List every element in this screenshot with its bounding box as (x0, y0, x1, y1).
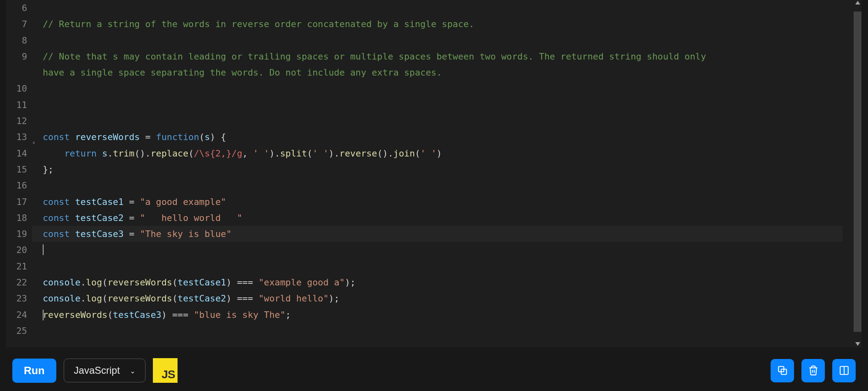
code-token: ) === (226, 277, 259, 288)
line-number: 19 (6, 226, 32, 242)
code-token: const (43, 213, 70, 223)
code-token (70, 229, 75, 239)
code-line[interactable] (43, 242, 861, 258)
code-token: function (156, 132, 199, 142)
code-line[interactable] (43, 258, 861, 274)
scroll-up-arrow-icon[interactable] (855, 1, 860, 5)
code-token: reverse (339, 148, 377, 159)
code-token: ) { (210, 132, 226, 142)
code-token: // Return a string of the words in rever… (43, 19, 474, 29)
code-token: reverseWords (108, 293, 172, 304)
code-token: ) (436, 148, 442, 159)
copy-button[interactable] (771, 359, 794, 382)
vertical-scrollbar[interactable] (854, 0, 861, 347)
code-token: (). (134, 148, 150, 159)
code-line[interactable]: const testCase1 = "a good example" (43, 194, 861, 210)
code-line[interactable]: const reverseWords = function(s) { (43, 129, 861, 145)
code-token: ); (329, 293, 339, 304)
code-line[interactable] (43, 323, 861, 339)
code-line[interactable]: }; (43, 161, 861, 177)
code-token: testCase1 (178, 277, 226, 288)
code-token: }; (43, 164, 53, 175)
code-token: " hello world " (140, 213, 242, 223)
code-line[interactable]: have a single space separating the words… (43, 64, 861, 80)
code-token: . (108, 148, 113, 159)
code-token: ( (307, 148, 312, 159)
line-number: 17 (6, 194, 32, 210)
code-token: ( (102, 277, 107, 288)
code-token: ( (172, 293, 178, 304)
code-line[interactable] (43, 97, 861, 113)
code-line[interactable]: console.log(reverseWords(testCase1) === … (43, 274, 861, 290)
scroll-thumb[interactable] (854, 12, 861, 332)
line-number: 11 (6, 97, 32, 113)
code-editor[interactable]: 678910111213141516171819202122232425 // … (6, 0, 861, 347)
run-button[interactable]: Run (12, 359, 56, 383)
code-token: ' ' (253, 148, 269, 159)
code-token: ( (107, 310, 113, 320)
line-number: 9 (6, 48, 32, 64)
code-line[interactable] (43, 32, 861, 48)
line-number: 23 (6, 290, 32, 306)
code-line[interactable]: const testCase3 = "The sky is blue" (32, 226, 843, 242)
language-select[interactable]: JavaScript ⌄ (64, 359, 145, 382)
code-token: s (102, 148, 107, 159)
code-token: log (86, 293, 102, 304)
code-token: ( (415, 148, 420, 159)
code-line[interactable]: const testCase2 = " hello world " (43, 210, 861, 226)
line-number: 21 (6, 258, 32, 274)
line-number: 8 (6, 32, 32, 48)
code-line[interactable] (43, 0, 861, 16)
code-token: const (43, 229, 70, 239)
code-line[interactable]: // Return a string of the words in rever… (43, 16, 861, 32)
code-line[interactable]: console.log(reverseWords(testCase2) === … (43, 290, 861, 306)
code-token (97, 148, 102, 159)
code-line[interactable] (43, 113, 861, 129)
code-content[interactable]: // Return a string of the words in rever… (32, 0, 861, 347)
scroll-down-arrow-icon[interactable] (855, 342, 860, 346)
code-token: console (43, 277, 81, 288)
code-line[interactable] (43, 80, 861, 97)
code-token: ; (286, 310, 291, 320)
code-token: console (43, 293, 81, 304)
javascript-badge-icon: JS (153, 358, 178, 383)
trash-icon (808, 365, 819, 376)
code-token: , (242, 148, 253, 159)
line-number: 25 (6, 323, 32, 339)
code-line[interactable]: reverseWords(testCase3) === "blue is sky… (43, 307, 861, 323)
code-token: reverseWords (43, 310, 107, 320)
code-token: testCase1 (75, 197, 124, 207)
code-token (70, 132, 75, 142)
line-number-gutter: 678910111213141516171819202122232425 (6, 0, 32, 347)
code-token: ' ' (312, 148, 328, 159)
code-token: testCase3 (113, 310, 162, 320)
code-token: ) === (162, 310, 194, 320)
code-line[interactable]: // Note that s may contain leading or tr… (43, 48, 861, 64)
code-token: ( (188, 148, 194, 159)
line-number: 15 (6, 161, 32, 177)
delete-button[interactable] (801, 359, 825, 382)
code-line[interactable] (43, 177, 861, 193)
code-token (43, 148, 65, 159)
code-token (70, 197, 75, 207)
language-select-label: JavaScript (74, 365, 120, 376)
code-token: split (280, 148, 307, 159)
code-token: join (393, 148, 415, 159)
code-token: "world hello" (259, 293, 329, 304)
code-token: // Note that s may contain leading or tr… (43, 51, 706, 62)
code-token: "a good example" (140, 197, 226, 207)
code-token: reverseWords (108, 277, 172, 288)
code-token: /\s{2,}/g (194, 148, 242, 159)
code-token (70, 213, 75, 223)
code-token: . (81, 293, 86, 304)
copy-icon (777, 365, 788, 376)
line-number: 13 (6, 129, 32, 145)
code-token: (). (377, 148, 393, 159)
code-token: ' ' (420, 148, 436, 159)
code-token: ). (269, 148, 280, 159)
split-panel-button[interactable] (832, 359, 856, 382)
code-token: testCase3 (75, 229, 124, 239)
code-token: "The sky is blue" (140, 229, 231, 239)
line-number: 22 (6, 274, 32, 290)
code-line[interactable]: return s.trim().replace(/\s{2,}/g, ' ').… (43, 145, 861, 161)
